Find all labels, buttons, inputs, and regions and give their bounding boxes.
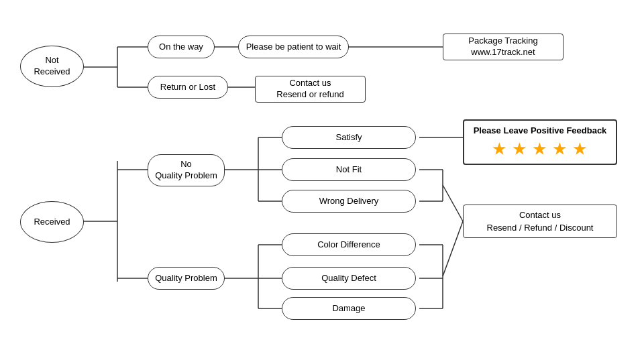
contact-resend-refund-label: Contact us Resend or refund: [276, 78, 343, 101]
color-difference-label: Color Difference: [317, 239, 380, 251]
not-received-node: Not Received: [20, 46, 84, 87]
quality-defect-label: Quality Defect: [321, 273, 376, 284]
patient-node: Please be patient to wait: [238, 36, 349, 58]
quality-problem-node: Quality Problem: [148, 267, 225, 290]
return-or-lost-node: Return or Lost: [148, 76, 228, 99]
not-received-label: Not Received: [34, 55, 70, 78]
not-fit-label: Not Fit: [336, 164, 362, 176]
feedback-node: Please Leave Positive Feedback ★ ★ ★ ★ ★: [463, 119, 617, 165]
feedback-label: Please Leave Positive Feedback: [474, 125, 607, 137]
no-quality-problem-label: No Quality Problem: [155, 159, 217, 182]
damage-node: Damage: [282, 297, 416, 320]
color-difference-node: Color Difference: [282, 233, 416, 256]
wrong-delivery-label: Wrong Delivery: [319, 196, 379, 207]
quality-defect-node: Quality Defect: [282, 267, 416, 290]
package-tracking-node: Package Tracking www.17track.net: [443, 34, 564, 60]
satisfy-label: Satisfy: [335, 132, 362, 144]
svg-line-24: [443, 185, 463, 221]
damage-label: Damage: [332, 303, 365, 314]
wrong-delivery-node: Wrong Delivery: [282, 190, 416, 213]
not-fit-node: Not Fit: [282, 158, 416, 181]
contact-resend-refund-node: Contact us Resend or refund: [255, 76, 366, 103]
on-the-way-label: On the way: [159, 42, 203, 53]
on-the-way-node: On the way: [148, 36, 215, 58]
contact-resend-refund-discount-node: Contact us Resend / Refund / Discount: [463, 205, 617, 238]
package-tracking-label: Package Tracking www.17track.net: [468, 36, 537, 58]
svg-line-30: [443, 221, 463, 276]
return-or-lost-label: Return or Lost: [160, 82, 215, 93]
diagram: Not Received On the way Return or Lost P…: [0, 0, 644, 344]
patient-label: Please be patient to wait: [246, 42, 341, 53]
quality-problem-label: Quality Problem: [155, 273, 217, 284]
satisfy-node: Satisfy: [282, 126, 416, 149]
received-node: Received: [20, 201, 84, 243]
no-quality-problem-node: No Quality Problem: [148, 154, 225, 186]
received-label: Received: [34, 217, 70, 228]
stars-display: ★ ★ ★ ★ ★: [492, 139, 588, 160]
contact-resend-refund-discount-label: Contact us Resend / Refund / Discount: [487, 209, 594, 235]
